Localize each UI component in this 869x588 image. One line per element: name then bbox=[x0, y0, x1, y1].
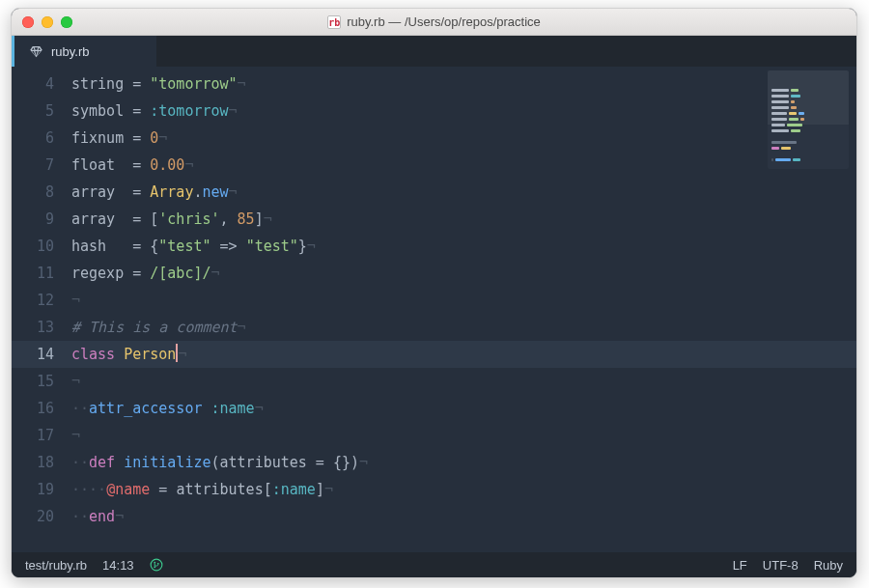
code-content[interactable]: ¬ bbox=[71, 287, 80, 314]
newline-glyph: ¬ bbox=[307, 238, 316, 255]
code-line[interactable]: 9array = ['chris', 85]¬ bbox=[12, 206, 856, 233]
newline-glyph: ¬ bbox=[324, 481, 333, 498]
gutter-line-number[interactable]: 6 bbox=[12, 125, 71, 152]
code-content[interactable]: array = ['chris', 85]¬ bbox=[71, 206, 272, 233]
code-line[interactable]: 20··end¬ bbox=[12, 503, 856, 530]
window-title-wrap: rb ruby.rb — /Users/op/repos/practice bbox=[12, 9, 856, 35]
newline-glyph: ¬ bbox=[238, 319, 246, 336]
code-line[interactable]: 17¬ bbox=[12, 422, 856, 449]
tab-title: ruby.rb bbox=[51, 44, 90, 59]
code-line[interactable]: 7float = 0.00¬ bbox=[12, 152, 856, 179]
status-encoding[interactable]: UTF-8 bbox=[763, 558, 799, 573]
file-type-icon: rb bbox=[327, 15, 341, 29]
newline-glyph: ¬ bbox=[211, 265, 220, 282]
code-line[interactable]: 4string = "tomorrow"¬ bbox=[12, 70, 856, 98]
status-cursor-position[interactable]: 14:13 bbox=[102, 558, 134, 573]
newline-glyph: ¬ bbox=[255, 400, 264, 417]
newline-glyph: ¬ bbox=[158, 129, 167, 147]
gutter-line-number[interactable]: 4 bbox=[12, 70, 71, 98]
code-content[interactable]: string = "tomorrow"¬ bbox=[71, 70, 246, 98]
tab-active-indicator bbox=[12, 36, 14, 67]
code-content[interactable]: array = Array.new¬ bbox=[71, 179, 238, 206]
traffic-lights bbox=[12, 16, 72, 28]
newline-glyph: ¬ bbox=[184, 156, 193, 174]
code-line[interactable]: 13# This is a comment¬ bbox=[12, 314, 856, 341]
code-line[interactable]: 19····@name = attributes[:name]¬ bbox=[12, 476, 856, 503]
code-line[interactable]: 8array = Array.new¬ bbox=[12, 179, 856, 206]
code-line[interactable]: 16··attr_accessor :name¬ bbox=[12, 395, 856, 422]
close-button[interactable] bbox=[22, 16, 34, 28]
gutter-line-number[interactable]: 10 bbox=[12, 233, 71, 260]
code-content[interactable]: fixnum = 0¬ bbox=[71, 125, 167, 152]
code-content[interactable]: symbol = :tomorrow¬ bbox=[71, 98, 238, 125]
code-content[interactable]: hash = {"test" => "test"}¬ bbox=[71, 233, 316, 260]
titlebar: rb ruby.rb — /Users/op/repos/practice bbox=[12, 9, 856, 36]
editor-window: rb ruby.rb — /Users/op/repos/practice ru… bbox=[11, 8, 857, 578]
code-line[interactable]: 6fixnum = 0¬ bbox=[12, 125, 856, 152]
code-content[interactable]: ····@name = attributes[:name]¬ bbox=[71, 476, 333, 503]
code-line[interactable]: 5symbol = :tomorrow¬ bbox=[12, 98, 856, 125]
ruby-icon bbox=[29, 44, 43, 59]
newline-glyph: ¬ bbox=[229, 102, 238, 120]
code-line[interactable]: 12¬ bbox=[12, 287, 856, 314]
gutter-line-number[interactable]: 13 bbox=[12, 314, 71, 341]
svg-point-0 bbox=[151, 559, 162, 571]
svg-point-3 bbox=[156, 563, 158, 565]
tab-bar: ruby.rb bbox=[12, 36, 856, 67]
minimap-viewport[interactable] bbox=[768, 70, 849, 125]
newline-glyph: ¬ bbox=[71, 427, 80, 444]
gutter-line-number[interactable]: 15 bbox=[12, 368, 71, 395]
code-content[interactable]: ··end¬ bbox=[71, 503, 124, 530]
code-content[interactable]: regexp = /[abc]/¬ bbox=[71, 260, 220, 287]
gutter-line-number[interactable]: 20 bbox=[12, 503, 71, 530]
code-content[interactable]: class Person¬ bbox=[71, 341, 186, 368]
tab-ruby-rb[interactable]: ruby.rb bbox=[12, 36, 156, 67]
editor-area[interactable]: 4string = "tomorrow"¬5symbol = :tomorrow… bbox=[12, 67, 856, 552]
gutter-line-number[interactable]: 8 bbox=[12, 179, 71, 206]
git-branch-icon[interactable] bbox=[150, 558, 163, 572]
newline-glyph: ¬ bbox=[71, 292, 80, 309]
newline-glyph: ¬ bbox=[71, 373, 80, 390]
newline-glyph: ¬ bbox=[238, 75, 246, 93]
newline-glyph: ¬ bbox=[359, 454, 368, 471]
window-title: ruby.rb — /Users/op/repos/practice bbox=[347, 14, 541, 29]
gutter-line-number[interactable]: 9 bbox=[12, 206, 71, 233]
newline-glyph: ¬ bbox=[178, 346, 186, 363]
minimap[interactable] bbox=[768, 70, 849, 169]
gutter-line-number[interactable]: 7 bbox=[12, 152, 71, 179]
newline-glyph: ¬ bbox=[229, 183, 238, 201]
code-content[interactable]: ··def initialize(attributes = {})¬ bbox=[71, 449, 368, 476]
newline-glyph: ¬ bbox=[115, 508, 124, 525]
code-content[interactable]: ¬ bbox=[71, 422, 80, 449]
gutter-line-number[interactable]: 18 bbox=[12, 449, 71, 476]
status-language[interactable]: Ruby bbox=[814, 558, 843, 573]
svg-point-2 bbox=[154, 566, 155, 568]
code-content[interactable]: float = 0.00¬ bbox=[71, 152, 193, 179]
status-bar: test/ruby.rb 14:13 LF UTF-8 Ruby bbox=[12, 552, 856, 577]
status-line-ending[interactable]: LF bbox=[733, 558, 747, 573]
code-content[interactable]: ··attr_accessor :name¬ bbox=[71, 395, 264, 422]
code-line[interactable]: 10hash = {"test" => "test"}¬ bbox=[12, 233, 856, 260]
minimize-button[interactable] bbox=[42, 16, 53, 28]
newline-glyph: ¬ bbox=[264, 210, 272, 228]
code-content[interactable]: ¬ bbox=[71, 368, 80, 395]
code-content[interactable]: # This is a comment¬ bbox=[71, 314, 246, 341]
gutter-line-number[interactable]: 11 bbox=[12, 260, 71, 287]
gutter-line-number[interactable]: 12 bbox=[12, 287, 71, 314]
gutter-line-number[interactable]: 16 bbox=[12, 395, 71, 422]
status-filepath[interactable]: test/ruby.rb bbox=[25, 558, 87, 573]
gutter-line-number[interactable]: 17 bbox=[12, 422, 71, 449]
code-line[interactable]: 11regexp = /[abc]/¬ bbox=[12, 260, 856, 287]
gutter-line-number[interactable]: 5 bbox=[12, 98, 71, 125]
maximize-button[interactable] bbox=[61, 16, 72, 28]
svg-point-1 bbox=[154, 562, 155, 564]
code-line[interactable]: 15¬ bbox=[12, 368, 856, 395]
code-line[interactable]: 18··def initialize(attributes = {})¬ bbox=[12, 449, 856, 476]
code-block[interactable]: 4string = "tomorrow"¬5symbol = :tomorrow… bbox=[12, 67, 856, 552]
gutter-line-number[interactable]: 19 bbox=[12, 476, 71, 503]
gutter-line-number[interactable]: 14 bbox=[12, 341, 71, 368]
code-line[interactable]: 14class Person¬ bbox=[12, 341, 856, 368]
